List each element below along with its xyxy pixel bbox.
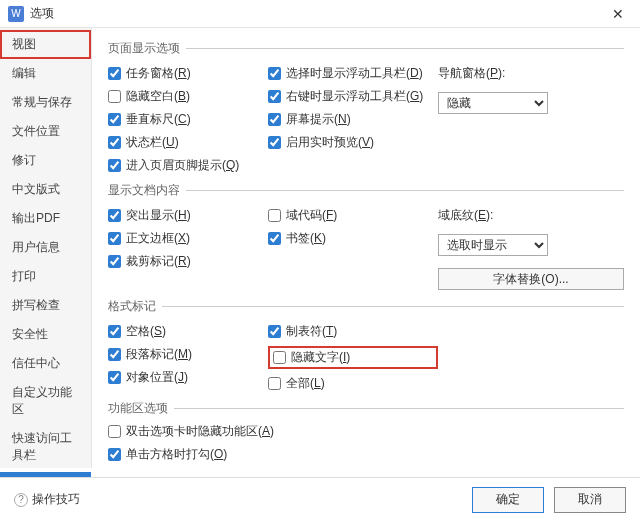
sidebar-item-8[interactable]: 打印	[0, 262, 91, 291]
checkbox-状态栏[interactable]: 状态栏(U)	[108, 134, 268, 151]
checkbox-选择时显示浮动工具栏[interactable]: 选择时显示浮动工具栏(D)	[268, 65, 438, 82]
checkbox-input[interactable]	[108, 67, 121, 80]
section-format-marks: 格式标记 空格(S)段落标记(M)对象位置(J) 制表符(T)隐藏文字(I)全部…	[108, 298, 624, 396]
checkbox-input[interactable]	[268, 232, 281, 245]
checkbox-书签[interactable]: 书签(K)	[268, 230, 438, 247]
checkbox-input[interactable]	[108, 255, 121, 268]
sidebar-item-1[interactable]: 编辑	[0, 59, 91, 88]
checkbox-制表符[interactable]: 制表符(T)	[268, 323, 438, 340]
checkbox-全部[interactable]: 全部(L)	[268, 375, 438, 392]
footer: ? 操作技巧 确定 取消	[0, 477, 640, 521]
checkbox-启用实时预览[interactable]: 启用实时预览(V)	[268, 134, 438, 151]
sidebar: 视图编辑常规与保存文件位置修订中文版式输出PDF用户信息打印拼写检查安全性信任中…	[0, 28, 92, 468]
checkbox-空格[interactable]: 空格(S)	[108, 323, 268, 340]
checkbox-input[interactable]	[268, 325, 281, 338]
nav-pane-select[interactable]: 隐藏	[438, 92, 548, 114]
checkbox-input[interactable]	[108, 348, 121, 361]
checkbox-input[interactable]	[108, 448, 121, 461]
sidebar-item-7[interactable]: 用户信息	[0, 233, 91, 262]
sidebar-item-10[interactable]: 安全性	[0, 320, 91, 349]
sidebar-item-3[interactable]: 文件位置	[0, 117, 91, 146]
titlebar: W 选项 ✕	[0, 0, 640, 28]
sidebar-item-5[interactable]: 中文版式	[0, 175, 91, 204]
checkbox-单击方格时打勾[interactable]: 单击方格时打勾(O)	[108, 446, 624, 463]
main-panel: 页面显示选项 任务窗格(R)隐藏空白(B)垂直标尺(C)状态栏(U)进入页眉页脚…	[92, 28, 640, 468]
section-legend: 页面显示选项	[108, 40, 186, 57]
checkbox-任务窗格[interactable]: 任务窗格(R)	[108, 65, 268, 82]
sidebar-item-11[interactable]: 信任中心	[0, 349, 91, 378]
section-doc-content: 显示文档内容 突出显示(H)正文边框(X)裁剪标记(R) 域代码(F)书签(K)…	[108, 182, 624, 294]
field-shading-select[interactable]: 选取时显示	[438, 234, 548, 256]
checkbox-input[interactable]	[108, 113, 121, 126]
checkbox-input[interactable]	[108, 90, 121, 103]
checkbox-垂直标尺[interactable]: 垂直标尺(C)	[108, 111, 268, 128]
checkbox-右键时显示浮动工具栏[interactable]: 右键时显示浮动工具栏(G)	[268, 88, 438, 105]
checkbox-input[interactable]	[108, 159, 121, 172]
checkbox-input[interactable]	[268, 90, 281, 103]
checkbox-input[interactable]	[108, 371, 121, 384]
checkbox-正文边框[interactable]: 正文边框(X)	[108, 230, 268, 247]
tips-link[interactable]: ? 操作技巧	[14, 491, 80, 508]
section-display: 页面显示选项 任务窗格(R)隐藏空白(B)垂直标尺(C)状态栏(U)进入页眉页脚…	[108, 40, 624, 178]
checkbox-input[interactable]	[268, 67, 281, 80]
checkbox-隐藏空白[interactable]: 隐藏空白(B)	[108, 88, 268, 105]
app-icon: W	[8, 6, 24, 22]
font-substitute-button[interactable]: 字体替换(O)...	[438, 268, 624, 290]
section-legend: 格式标记	[108, 298, 162, 315]
checkbox-input[interactable]	[268, 377, 281, 390]
close-button[interactable]: ✕	[604, 0, 632, 28]
checkbox-input[interactable]	[268, 136, 281, 149]
checkbox-input[interactable]	[108, 325, 121, 338]
section-ribbon: 功能区选项 双击选项卡时隐藏功能区(A)单击方格时打勾(O)打开文件，展示智能识…	[108, 400, 624, 468]
sidebar-item-2[interactable]: 常规与保存	[0, 88, 91, 117]
window-title: 选项	[30, 5, 604, 22]
sidebar-item-13[interactable]: 快速访问工具栏	[0, 424, 91, 470]
field-shading-label: 域底纹(E):	[438, 207, 624, 224]
sidebar-item-4[interactable]: 修订	[0, 146, 91, 175]
checkbox-域代码[interactable]: 域代码(F)	[268, 207, 438, 224]
checkbox-input[interactable]	[108, 136, 121, 149]
checkbox-双击选项卡时隐藏功能区[interactable]: 双击选项卡时隐藏功能区(A)	[108, 423, 624, 440]
sidebar-item-6[interactable]: 输出PDF	[0, 204, 91, 233]
ok-button[interactable]: 确定	[472, 487, 544, 513]
checkbox-隐藏文字[interactable]: 隐藏文字(I)	[273, 349, 350, 366]
sidebar-item-12[interactable]: 自定义功能区	[0, 378, 91, 424]
cancel-button[interactable]: 取消	[554, 487, 626, 513]
lightbulb-icon: ?	[14, 493, 28, 507]
checkbox-input[interactable]	[108, 425, 121, 438]
section-legend: 功能区选项	[108, 400, 174, 417]
checkbox-input[interactable]	[108, 209, 121, 222]
checkbox-input[interactable]	[108, 232, 121, 245]
checkbox-突出显示[interactable]: 突出显示(H)	[108, 207, 268, 224]
checkbox-input[interactable]	[268, 113, 281, 126]
checkbox-进入页眉页脚提示[interactable]: 进入页眉页脚提示(Q)	[108, 157, 268, 174]
checkbox-屏幕提示[interactable]: 屏幕提示(N)	[268, 111, 438, 128]
sidebar-item-0[interactable]: 视图	[0, 30, 91, 59]
checkbox-段落标记[interactable]: 段落标记(M)	[108, 346, 268, 363]
sidebar-item-9[interactable]: 拼写检查	[0, 291, 91, 320]
checkbox-对象位置[interactable]: 对象位置(J)	[108, 369, 268, 386]
checkbox-input[interactable]	[268, 209, 281, 222]
checkbox-裁剪标记[interactable]: 裁剪标记(R)	[108, 253, 268, 270]
checkbox-input[interactable]	[273, 351, 286, 364]
section-legend: 显示文档内容	[108, 182, 186, 199]
nav-pane-label: 导航窗格(P):	[438, 65, 624, 82]
